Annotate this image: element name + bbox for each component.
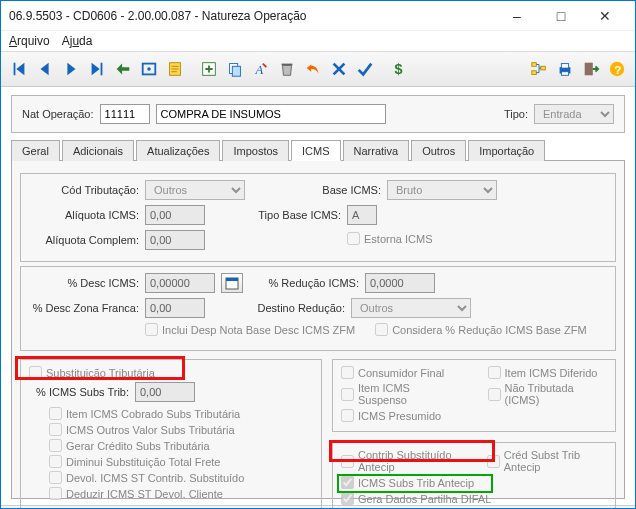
exit-icon[interactable] [579,57,603,81]
svg-rect-10 [532,71,537,75]
help-icon[interactable]: ? [605,57,629,81]
edit-icon[interactable]: A [249,57,273,81]
tab-adicionais[interactable]: Adicionais [62,140,134,161]
minimize-button[interactable]: – [495,2,539,30]
notes-icon[interactable] [163,57,187,81]
incluidesp-label: Inclui Desp Nota Base Desc ICMS ZFM [162,324,355,336]
pctred-label: % Redução ICMS: [259,277,359,289]
tipobase-input [347,205,377,225]
tree-icon[interactable] [527,57,551,81]
svg-text:$: $ [395,61,403,77]
pctzf-input [145,298,205,318]
consfinal-checkbox [341,366,354,379]
considerapct-label: Considera % Redução ICMS Base ZFM [392,324,586,336]
geradifal-checkbox [341,492,354,505]
maximize-button[interactable]: □ [539,2,583,30]
pctsubs-label: % ICMS Subs Trib: [29,386,129,398]
svg-text:?: ? [614,63,621,76]
naotrib-checkbox [488,388,501,401]
last-icon[interactable] [85,57,109,81]
pctdesc-label: % Desc ICMS: [29,277,139,289]
credsubst-checkbox [487,455,500,468]
header-box: Nat Operação: Tipo: Entrada [11,95,625,133]
subs-item-checkbox [49,423,62,436]
tipobase-label: Tipo Base ICMS: [241,209,341,221]
prev-icon[interactable] [33,57,57,81]
cancel-icon[interactable] [327,57,351,81]
tab-importacao[interactable]: Importação [468,140,545,161]
estorna-label: Estorna ICMS [364,233,432,245]
aliqcompl-label: Alíquota Complem: [29,234,139,246]
tab-body-icms: Cód Tributação: Outros Base ICMS: Bruto … [11,161,625,499]
natop-code-input[interactable] [100,104,150,124]
subs-item-checkbox [49,487,62,500]
presumido-checkbox [341,409,354,422]
substrib-title: Substituição Tributária [46,367,155,379]
money-icon[interactable]: $ [387,57,411,81]
contribsubst-checkbox [341,455,354,468]
svg-rect-15 [585,63,593,76]
subs-item-checkbox [49,455,62,468]
natop-label: Nat Operação: [22,108,94,120]
destred-label: Destino Redução: [245,302,345,314]
first-icon[interactable] [7,57,31,81]
copy-icon[interactable] [223,57,247,81]
aliqicms-label: Alíquota ICMS: [29,209,139,221]
subs-item-label: Item ICMS Cobrado Subs Tributária [66,408,240,420]
svg-point-1 [147,67,151,71]
tipo-select: Entrada [534,104,614,124]
substrib-checkbox [29,366,42,379]
tab-impostos[interactable]: Impostos [222,140,289,161]
considerapct-checkbox [375,323,388,336]
baseicms-select: Bruto [387,180,497,200]
diferido-checkbox [488,366,501,379]
subs-item-label: Diminui Substituição Total Frete [66,456,220,468]
svg-rect-9 [532,63,537,67]
destred-select: Outros [351,298,471,318]
svg-rect-11 [541,66,546,70]
svg-rect-5 [232,66,240,76]
delete-icon[interactable] [275,57,299,81]
svg-rect-7 [282,64,293,66]
tab-outros[interactable]: Outros [411,140,466,161]
subs-item-label: Devol. ICMS ST Contrib. Substituído [66,472,244,484]
window-title: 06.9.5503 - CD0606 - 2.00.00.087 - Natur… [9,9,495,23]
aliqcompl-input [145,230,205,250]
svg-text:A: A [255,63,264,77]
pctred-input [365,273,435,293]
subs-item-checkbox [49,407,62,420]
add-icon[interactable] [197,57,221,81]
tab-geral[interactable]: Geral [11,140,60,161]
svg-rect-14 [561,72,568,76]
natop-desc-input[interactable] [156,104,386,124]
codtrib-label: Cód Tributação: [29,184,139,196]
menu-ajuda[interactable]: AjudaAjuda [62,34,93,48]
search-icon[interactable] [137,57,161,81]
suspenso-checkbox [341,388,354,401]
tab-narrativa[interactable]: Narrativa [343,140,410,161]
next-icon[interactable] [59,57,83,81]
menu-arquivo[interactable]: AArquivorquivo [9,34,50,48]
goto-icon[interactable] [111,57,135,81]
tab-icms[interactable]: ICMS [291,140,341,161]
aliqicms-input [145,205,205,225]
svg-rect-13 [561,64,568,69]
pctdesc-input [145,273,215,293]
subs-item-label: Gerar Crédito Subs Tributária [66,440,210,452]
svg-rect-19 [226,278,238,281]
pctzf-label: % Desc Zona Franca: [29,302,139,314]
incluidesp-checkbox [145,323,158,336]
tab-atualizacoes[interactable]: Atualizações [136,140,220,161]
subs-item-checkbox [49,439,62,452]
calendar-icon[interactable] [221,273,243,293]
pctsubs-input [135,382,195,402]
subs-item-label: ICMS Outros Valor Subs Tributária [66,424,235,436]
subsantecip-checkbox [341,476,354,489]
confirm-icon[interactable] [353,57,377,81]
print-icon[interactable] [553,57,577,81]
subs-item-label: Deduzir ICMS ST Devol. Cliente [66,488,223,500]
undo-icon[interactable] [301,57,325,81]
codtrib-select: Outros [145,180,245,200]
tipo-label: Tipo: [504,108,528,120]
close-button[interactable]: ✕ [583,2,627,30]
